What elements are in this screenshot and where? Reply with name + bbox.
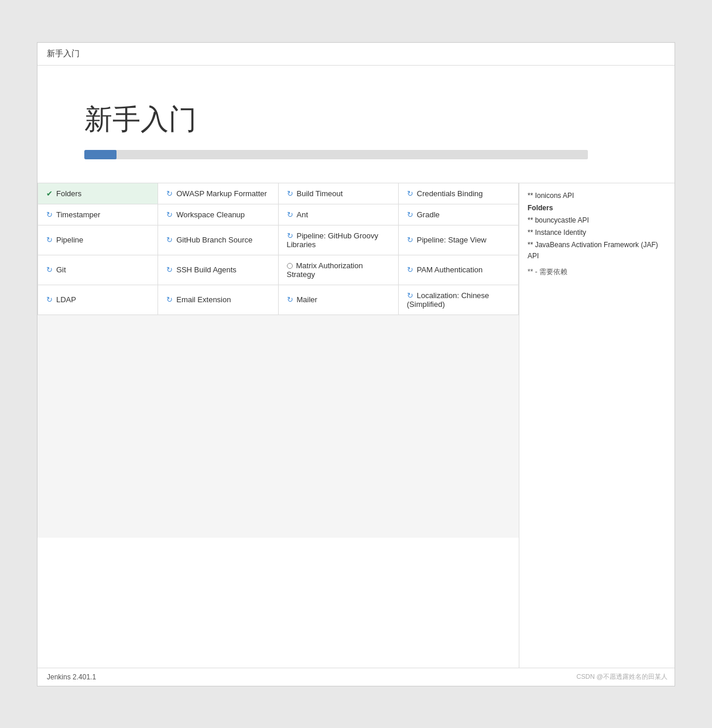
hero-title: 新手入门 bbox=[84, 101, 628, 138]
plugin-label: Mailer bbox=[297, 295, 317, 304]
progress-bar-fill bbox=[84, 150, 117, 159]
circle-icon bbox=[287, 263, 293, 269]
plugin-cell[interactable]: ↻Pipeline bbox=[38, 225, 158, 255]
plugin-cell[interactable]: ↻PAM Authentication bbox=[398, 255, 518, 285]
refresh-icon: ↻ bbox=[166, 265, 173, 274]
refresh-icon: ↻ bbox=[46, 295, 53, 304]
plugin-cell[interactable]: ↻Timestamper bbox=[38, 204, 158, 225]
refresh-icon: ↻ bbox=[407, 189, 413, 198]
empty-area bbox=[37, 315, 519, 538]
sidebar-line: ** Ionicons API bbox=[528, 190, 666, 201]
refresh-icon: ↻ bbox=[407, 265, 413, 274]
refresh-icon: ↻ bbox=[287, 189, 293, 198]
plugin-label: Credentials Binding bbox=[417, 189, 483, 198]
refresh-icon: ↻ bbox=[166, 189, 173, 198]
plugin-label: Timestamper bbox=[56, 210, 100, 219]
sidebar-line: ** JavaBeans Activation Framework (JAF) … bbox=[528, 240, 666, 262]
plugin-label: Matrix Authorization Strategy bbox=[287, 261, 363, 279]
refresh-icon: ↻ bbox=[407, 210, 413, 219]
plugin-cell[interactable]: ↻LDAP bbox=[38, 285, 158, 315]
sidebar-line: Folders bbox=[528, 203, 666, 214]
title-bar-text: 新手入门 bbox=[47, 49, 80, 58]
plugin-cell[interactable]: ↻Ant bbox=[278, 204, 398, 225]
plugin-cell[interactable]: ↻Mailer bbox=[278, 285, 398, 315]
plugin-label: GitHub Branch Source bbox=[176, 235, 252, 244]
refresh-icon: ↻ bbox=[166, 235, 173, 244]
sidebar-footer-note: ** - 需要依赖 bbox=[528, 267, 666, 277]
plugin-label: PAM Authentication bbox=[417, 265, 483, 274]
refresh-icon: ↻ bbox=[46, 235, 53, 244]
refresh-icon: ↻ bbox=[407, 291, 413, 300]
plugin-cell[interactable]: ↻Pipeline: GitHub Groovy Libraries bbox=[278, 225, 398, 255]
plugin-cell[interactable]: ✔Folders bbox=[38, 183, 158, 204]
plugin-label: Workspace Cleanup bbox=[176, 210, 245, 219]
plugin-cell[interactable]: ↻Email Extension bbox=[158, 285, 278, 315]
plugin-cell[interactable]: ↻Localization: Chinese (Simplified) bbox=[398, 285, 518, 315]
title-bar: 新手入门 bbox=[37, 43, 675, 66]
plugin-cell[interactable]: ↻Workspace Cleanup bbox=[158, 204, 278, 225]
plugin-label: Email Extension bbox=[176, 295, 231, 304]
plugins-table: ✔Folders↻OWASP Markup Formatter↻Build Ti… bbox=[37, 183, 519, 315]
sidebar-line: ** Instance Identity bbox=[528, 227, 666, 238]
plugin-label: Pipeline: GitHub Groovy Libraries bbox=[287, 231, 378, 249]
refresh-icon: ↻ bbox=[166, 210, 173, 219]
refresh-icon: ↻ bbox=[407, 235, 413, 244]
plugins-grid-area: ✔Folders↻OWASP Markup Formatter↻Build Ti… bbox=[37, 183, 519, 668]
refresh-icon: ↻ bbox=[287, 295, 293, 304]
plugin-cell[interactable]: ↻Build Timeout bbox=[278, 183, 398, 204]
refresh-icon: ↻ bbox=[287, 231, 293, 240]
watermark: CSDN @不愿透露姓名的田某人 bbox=[577, 672, 668, 681]
plugin-cell[interactable]: ↻OWASP Markup Formatter bbox=[158, 183, 278, 204]
plugin-label: Git bbox=[56, 265, 66, 274]
plugin-label: OWASP Markup Formatter bbox=[176, 189, 267, 198]
plugin-label: Pipeline: Stage View bbox=[417, 235, 487, 244]
refresh-icon: ↻ bbox=[46, 265, 53, 274]
version-text: Jenkins 2.401.1 bbox=[47, 673, 96, 681]
plugin-label: Build Timeout bbox=[297, 189, 343, 198]
sidebar-line: ** bouncycastle API bbox=[528, 215, 666, 226]
plugin-label: LDAP bbox=[56, 295, 76, 304]
plugin-label: Pipeline bbox=[56, 235, 83, 244]
content-area: ✔Folders↻OWASP Markup Formatter↻Build Ti… bbox=[37, 183, 675, 668]
plugin-cell[interactable]: ↻Credentials Binding bbox=[398, 183, 518, 204]
plugin-cell[interactable]: ↻SSH Build Agents bbox=[158, 255, 278, 285]
plugin-label: Gradle bbox=[417, 210, 440, 219]
refresh-icon: ↻ bbox=[287, 210, 293, 219]
hero-section: 新手入门 bbox=[37, 66, 675, 183]
check-icon: ✔ bbox=[46, 189, 53, 198]
plugin-label: Ant bbox=[297, 210, 309, 219]
plugin-cell[interactable]: ↻Git bbox=[38, 255, 158, 285]
plugin-label: Localization: Chinese (Simplified) bbox=[407, 291, 490, 309]
progress-bar-container bbox=[84, 150, 588, 159]
refresh-icon: ↻ bbox=[46, 210, 53, 219]
plugin-cell[interactable]: ↻Pipeline: Stage View bbox=[398, 225, 518, 255]
plugin-label: SSH Build Agents bbox=[176, 265, 237, 274]
plugin-cell[interactable]: Matrix Authorization Strategy bbox=[278, 255, 398, 285]
sidebar-info: ** Ionicons APIFolders** bouncycastle AP… bbox=[519, 183, 675, 668]
main-window: 新手入门 新手入门 ✔Folders↻OWASP Markup Formatte… bbox=[37, 42, 675, 686]
plugin-cell[interactable]: ↻Gradle bbox=[398, 204, 518, 225]
plugin-cell[interactable]: ↻GitHub Branch Source bbox=[158, 225, 278, 255]
plugin-label: Folders bbox=[56, 189, 81, 198]
refresh-icon: ↻ bbox=[166, 295, 173, 304]
